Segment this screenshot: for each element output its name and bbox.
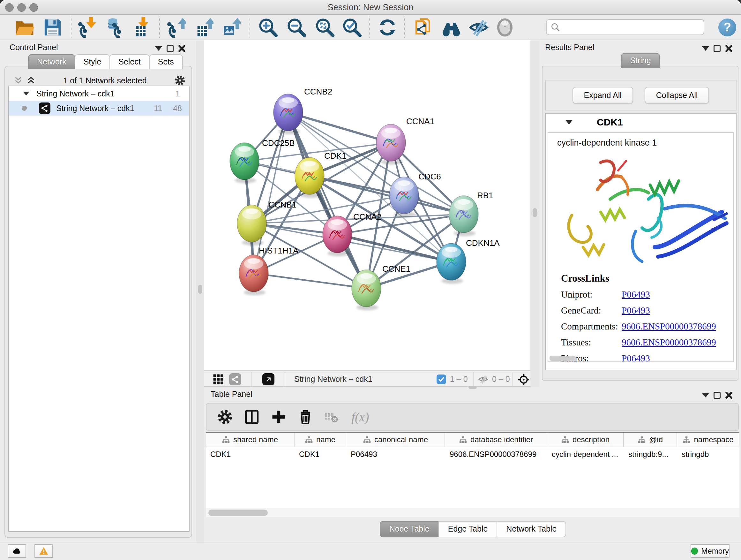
table-cell[interactable]: P06493 bbox=[346, 447, 445, 461]
control-panel-tab-network[interactable]: Network bbox=[28, 54, 75, 69]
show-columns-icon[interactable] bbox=[244, 409, 260, 425]
column-header-namespace[interactable]: namespace bbox=[677, 433, 739, 447]
node-CDC6[interactable] bbox=[389, 177, 419, 217]
import-table-from-file-icon[interactable] bbox=[130, 17, 151, 38]
panel-menu-icon[interactable] bbox=[702, 393, 709, 397]
zoom-out-icon[interactable] bbox=[286, 17, 307, 38]
warnings-button[interactable] bbox=[35, 544, 53, 558]
export-image-icon[interactable] bbox=[220, 17, 241, 38]
edge-HIST1H1A-CCNE1[interactable] bbox=[254, 273, 366, 288]
table-hscrollbar[interactable] bbox=[206, 508, 739, 517]
node-CCNB1[interactable] bbox=[237, 205, 266, 246]
results-scrollbar-thumb[interactable] bbox=[549, 356, 575, 361]
expand-all-button[interactable]: Expand All bbox=[572, 87, 633, 104]
search-input[interactable] bbox=[560, 20, 704, 35]
detach-view-icon[interactable] bbox=[262, 373, 274, 385]
save-session-icon[interactable] bbox=[43, 17, 63, 38]
control-panel-tab-style[interactable]: Style bbox=[75, 54, 111, 69]
zoom-selected-icon[interactable] bbox=[342, 17, 362, 38]
open-session-icon[interactable] bbox=[14, 17, 35, 38]
expand-all-icon[interactable] bbox=[26, 76, 36, 85]
cloud-status-button[interactable] bbox=[8, 544, 26, 558]
selected-checkbox[interactable] bbox=[436, 374, 446, 384]
collapse-all-button[interactable]: Collapse All bbox=[645, 87, 710, 104]
table-options-gear-icon[interactable] bbox=[217, 409, 233, 425]
panel-menu-icon[interactable] bbox=[702, 46, 709, 51]
edge-CCNB2-CCNA1[interactable] bbox=[288, 112, 391, 143]
table-row[interactable]: CDK1CDK1P064939606.ENSP00000378699cyclin… bbox=[206, 447, 739, 461]
help-icon[interactable]: ? bbox=[718, 18, 736, 37]
network-options-gear-icon[interactable] bbox=[174, 75, 186, 86]
tab-string[interactable]: String bbox=[621, 53, 660, 68]
node-table[interactable]: shared namenamecanonical namedatabase id… bbox=[206, 432, 739, 517]
panel-float-icon[interactable] bbox=[166, 45, 174, 52]
crosslink-link[interactable]: P06493 bbox=[622, 353, 650, 362]
splitter-handle[interactable] bbox=[533, 208, 537, 217]
right-splitter[interactable] bbox=[530, 40, 539, 387]
panel-close-icon[interactable] bbox=[178, 45, 186, 52]
collection-expander-icon[interactable] bbox=[23, 91, 29, 96]
export-network-icon[interactable] bbox=[165, 17, 186, 38]
splitter-handle[interactable] bbox=[198, 285, 202, 294]
clone-network-icon[interactable] bbox=[413, 17, 433, 38]
panel-float-icon[interactable] bbox=[714, 45, 721, 52]
column-header-shared-name[interactable]: shared name bbox=[206, 433, 294, 447]
birds-eye-view-icon[interactable] bbox=[518, 374, 530, 387]
node-CCNE1[interactable] bbox=[352, 270, 381, 310]
column-header-name[interactable]: name bbox=[294, 433, 346, 447]
create-column-icon[interactable] bbox=[270, 409, 287, 425]
zoom-fit-icon[interactable] bbox=[315, 17, 335, 38]
table-cell[interactable]: 9606.ENSP00000378699 bbox=[445, 447, 547, 461]
node-HIST1H1A[interactable] bbox=[239, 255, 268, 295]
refresh-layout-icon[interactable] bbox=[377, 17, 398, 38]
table-cell[interactable]: CDK1 bbox=[206, 447, 294, 461]
control-panel-tab-select[interactable]: Select bbox=[110, 54, 149, 69]
network-canvas[interactable]: CCNB2CCNA1CDC25BCDK1CDC6RB1CCNB1CCNA2CDK… bbox=[204, 40, 530, 370]
edge-CCNB2-CCNE1[interactable] bbox=[288, 112, 366, 288]
memory-button[interactable]: Memory bbox=[690, 544, 730, 558]
delete-column-icon[interactable] bbox=[297, 409, 314, 425]
table-cell[interactable]: cyclin-dependent ... bbox=[547, 447, 624, 461]
collapse-all-icon[interactable] bbox=[13, 76, 23, 85]
panel-close-icon[interactable] bbox=[725, 45, 733, 52]
table-hscrollbar-thumb[interactable] bbox=[208, 509, 268, 516]
first-neighbors-icon[interactable] bbox=[441, 17, 461, 38]
crosslink-link[interactable]: P06493 bbox=[622, 305, 650, 316]
crosslink-link[interactable]: 9606.ENSP00000378699 bbox=[622, 321, 716, 332]
column-header-description[interactable]: description bbox=[547, 433, 624, 447]
grid-mode-icon[interactable] bbox=[212, 374, 224, 386]
column-header-@id[interactable]: @id bbox=[624, 433, 677, 447]
hide-selected-icon[interactable] bbox=[468, 17, 489, 38]
table-cell[interactable]: stringdb bbox=[677, 447, 739, 461]
export-table-icon[interactable] bbox=[193, 17, 213, 38]
crosslink-link[interactable]: P06493 bbox=[622, 289, 650, 300]
table-cell[interactable]: CDK1 bbox=[294, 447, 346, 461]
column-header-canonical-name[interactable]: canonical name bbox=[346, 433, 445, 447]
tab-network-table[interactable]: Network Table bbox=[496, 521, 566, 537]
panel-close-icon[interactable] bbox=[725, 391, 733, 399]
control-panel-tab-sets[interactable]: Sets bbox=[149, 54, 183, 69]
panel-float-icon[interactable] bbox=[714, 392, 721, 399]
tab-edge-table[interactable]: Edge Table bbox=[439, 521, 497, 537]
share-view-icon[interactable] bbox=[229, 373, 241, 385]
search-icon bbox=[550, 22, 560, 32]
import-network-from-file-icon[interactable] bbox=[77, 17, 97, 38]
network-row[interactable]: String Network – cdk1 11 48 bbox=[9, 101, 189, 116]
show-all-icon[interactable] bbox=[495, 17, 515, 38]
node-CCNB2[interactable] bbox=[273, 94, 303, 134]
node-CDKN1A[interactable] bbox=[436, 243, 466, 284]
result-expander-icon[interactable] bbox=[565, 120, 572, 125]
table-cell[interactable]: stringdb:9... bbox=[624, 447, 677, 461]
left-splitter[interactable] bbox=[196, 40, 204, 542]
crosslink-link[interactable]: 9606.ENSP00000378699 bbox=[622, 337, 716, 348]
panel-menu-icon[interactable] bbox=[155, 46, 162, 51]
zoom-in-icon[interactable] bbox=[258, 17, 278, 38]
network-collection-row[interactable]: String Network – cdk1 1 bbox=[9, 86, 189, 101]
column-header-database-identifier[interactable]: database identifier bbox=[445, 433, 547, 447]
node-CDC25B[interactable] bbox=[230, 143, 259, 183]
tab-node-table[interactable]: Node Table bbox=[380, 521, 439, 537]
node-RB1[interactable] bbox=[449, 196, 478, 236]
splitter-handle[interactable] bbox=[468, 386, 477, 389]
string-network-graph[interactable]: CCNB2CCNA1CDC25BCDK1CDC6RB1CCNB1CCNA2CDK… bbox=[204, 40, 530, 370]
import-network-from-database-icon[interactable] bbox=[104, 17, 125, 38]
